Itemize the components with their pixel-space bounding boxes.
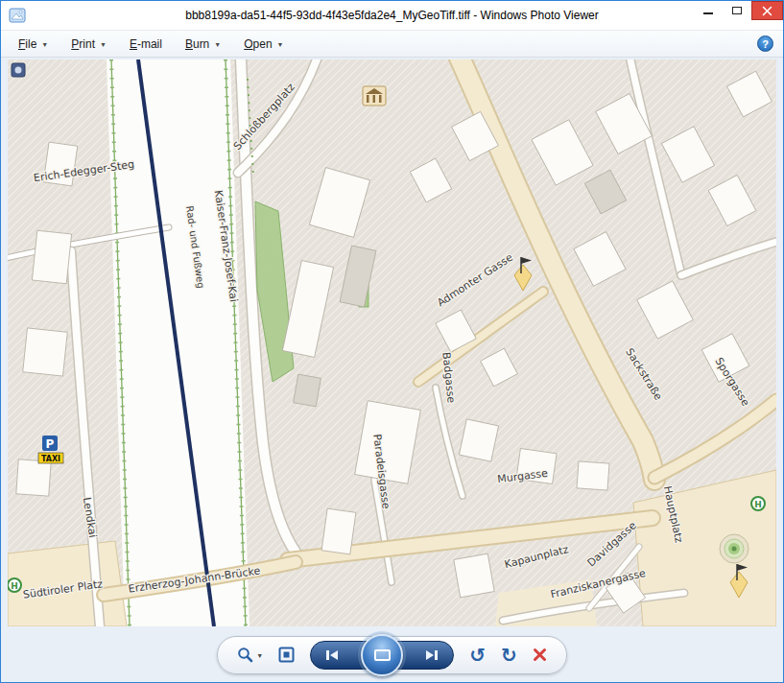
titlebar: bbb8199a-da51-44f5-93dd-4f43e5fda2e4_MyG… bbox=[1, 1, 783, 30]
previous-icon bbox=[324, 649, 340, 661]
svg-text:P: P bbox=[46, 436, 55, 450]
app-icon bbox=[9, 8, 26, 23]
menu-open[interactable]: Open ▼ bbox=[236, 35, 291, 54]
menu-print[interactable]: Print ▼ bbox=[63, 35, 114, 54]
photo-viewer-window: bbb8199a-da51-44f5-93dd-4f43e5fda2e4_MyG… bbox=[0, 0, 784, 683]
menu-file[interactable]: File ▼ bbox=[11, 35, 56, 54]
zoom-button[interactable]: ▼ bbox=[237, 647, 263, 663]
minimize-button[interactable] bbox=[694, 1, 723, 20]
help-icon: ? bbox=[762, 38, 769, 50]
rotate-counterclockwise-button[interactable]: ↺ bbox=[469, 646, 486, 665]
window-title: bbb8199a-da51-44f5-93dd-4f43e5fda2e4_MyG… bbox=[185, 9, 599, 22]
minimize-icon bbox=[703, 12, 713, 14]
dropdown-arrow-icon: ▼ bbox=[41, 39, 48, 48]
maximize-button[interactable] bbox=[723, 1, 751, 20]
map-image: P TAXI H H Erich-Edegger-Steg Kaiser-Fra… bbox=[8, 59, 776, 626]
svg-text:TAXI: TAXI bbox=[41, 455, 60, 463]
map-marker-icon bbox=[12, 63, 25, 77]
dropdown-arrow-icon: ▼ bbox=[277, 39, 284, 48]
navigation-group bbox=[310, 641, 454, 670]
next-button[interactable] bbox=[424, 649, 440, 661]
fit-to-window-button[interactable] bbox=[278, 647, 295, 663]
close-button[interactable] bbox=[751, 1, 783, 20]
dropdown-arrow-icon: ▼ bbox=[100, 39, 107, 48]
svg-text:H: H bbox=[11, 581, 18, 591]
menubar: File ▼ Print ▼ E-mail Burn ▼ Open ▼ ? bbox=[1, 30, 783, 58]
image-canvas: P TAXI H H Erich-Edegger-Steg Kaiser-Fra… bbox=[1, 58, 783, 627]
tram-stop-icon: H bbox=[751, 497, 765, 510]
toolbar: ▼ bbox=[1, 627, 783, 682]
toolbar-capsule: ▼ bbox=[217, 636, 566, 674]
fit-to-window-icon bbox=[278, 647, 295, 663]
dropdown-arrow-icon: ▼ bbox=[214, 39, 221, 48]
museum-icon bbox=[363, 86, 386, 106]
fountain-icon bbox=[720, 534, 748, 563]
menu-burn[interactable]: Burn ▼ bbox=[178, 35, 228, 54]
delete-icon bbox=[533, 648, 547, 662]
delete-button[interactable] bbox=[533, 648, 547, 662]
svg-text:H: H bbox=[754, 500, 762, 509]
window-controls bbox=[694, 1, 783, 20]
slideshow-icon bbox=[374, 649, 391, 661]
dropdown-arrow-icon: ▼ bbox=[256, 650, 263, 659]
previous-button[interactable] bbox=[324, 649, 340, 661]
rotate-clockwise-button[interactable]: ↻ bbox=[501, 646, 517, 665]
maximize-icon bbox=[732, 7, 742, 14]
menu-email[interactable]: E-mail bbox=[122, 35, 170, 54]
magnifier-icon bbox=[237, 647, 253, 663]
next-icon bbox=[424, 649, 440, 661]
play-slideshow-button[interactable] bbox=[361, 634, 403, 676]
tram-stop-icon: H bbox=[8, 578, 21, 592]
close-icon bbox=[762, 6, 772, 16]
help-button[interactable]: ? bbox=[757, 35, 773, 52]
